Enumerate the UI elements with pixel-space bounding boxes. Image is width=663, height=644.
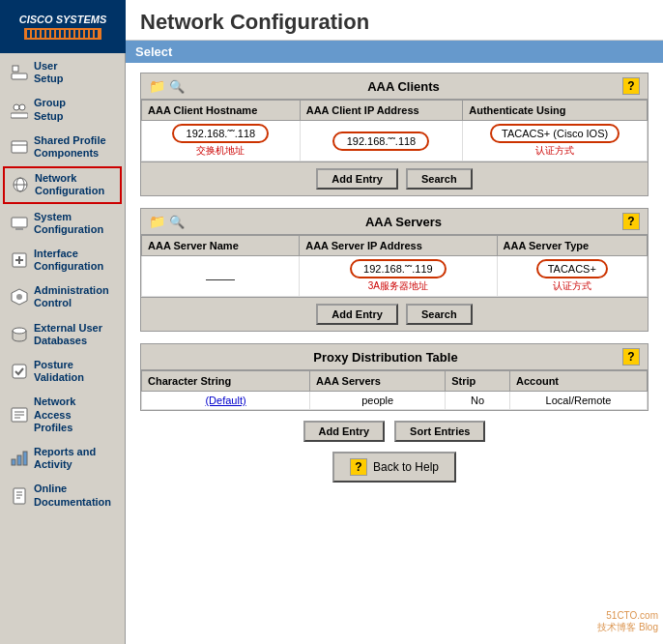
select-bar: Select <box>126 41 663 63</box>
svg-point-16 <box>16 294 22 300</box>
col-server-name: AAA Server Name <box>142 236 300 256</box>
sidebar-item-reports[interactable]: Reports andActivity <box>3 441 122 476</box>
table-row: 192.168.˜˜.118 交换机地址 192.168.˜˜.118 TACA… <box>142 121 648 161</box>
help-icon: ? <box>350 458 367 476</box>
sidebar-item-admin-label: AdministrationControl <box>34 284 109 309</box>
col-aaa-servers: AAA Servers <box>310 371 446 392</box>
svg-rect-0 <box>13 66 18 72</box>
sidebar-item-network-access-label: Network AccessProfiles <box>34 395 115 434</box>
posture-icon <box>10 362 29 381</box>
network-icon <box>11 175 30 194</box>
proxy-char-string-cell: (Default) <box>142 392 310 410</box>
svg-rect-23 <box>12 459 15 465</box>
proxy-add-entry-button[interactable]: Add Entry <box>303 421 386 442</box>
aaa-servers-table: AAA Server Name AAA Server IP Address AA… <box>141 235 648 297</box>
search-small-icon-2: 🔍 <box>169 215 185 229</box>
col-auth: Authenticate Using <box>463 101 648 121</box>
aaa-servers-header: 📁 🔍 AAA Servers ? <box>141 209 648 235</box>
proxy-sort-entries-button[interactable]: Sort Entries <box>394 421 485 442</box>
aaa-servers-panel: 📁 🔍 AAA Servers ? AAA Server Name AAA Se… <box>140 208 649 332</box>
aaa-clients-buttons: Add Entry Search <box>141 161 648 195</box>
sidebar-item-shared-profile[interactable]: Shared ProfileComponents <box>3 130 122 164</box>
proxy-table: Character String AAA Servers Strip Accou… <box>141 370 648 410</box>
server-ip-oval: 192.168.˜˜.119 <box>350 259 447 278</box>
aaa-clients-table: AAA Client Hostname AAA Client IP Addres… <box>141 100 648 161</box>
user-icon <box>10 63 29 82</box>
auth-annotation: 认证方式 <box>469 144 641 158</box>
col-server-type: AAA Server Type <box>497 236 647 256</box>
sidebar-item-system-config[interactable]: SystemConfiguration <box>3 206 122 241</box>
sidebar-item-group-setup[interactable]: GroupSetup <box>3 92 122 127</box>
sidebar: CISCO SYSTEMS UserSetup GroupSetup Share… <box>0 0 126 644</box>
proxy-header: Proxy Distribution Table ? <box>141 344 648 370</box>
sidebar-item-online-docs-label: OnlineDocumentation <box>34 483 111 508</box>
svg-rect-24 <box>17 455 21 465</box>
search-small-icon: 🔍 <box>169 79 185 94</box>
svg-rect-26 <box>14 488 25 504</box>
docs-icon <box>10 486 29 506</box>
reports-icon <box>10 449 29 468</box>
sidebar-item-user-setup-label: UserSetup <box>34 60 64 85</box>
col-account: Account <box>510 371 648 392</box>
sidebar-item-system-label: SystemConfiguration <box>34 211 103 236</box>
sidebar-item-posture[interactable]: PostureValidation <box>3 354 122 389</box>
aaa-servers-icons: 📁 🔍 <box>149 214 185 229</box>
aaa-clients-add-entry-button[interactable]: Add Entry <box>316 168 398 190</box>
sidebar-item-posture-label: PostureValidation <box>34 359 84 384</box>
col-server-ip: AAA Server IP Address <box>300 236 497 256</box>
sidebar-item-interface-label: InterfaceConfiguration <box>34 248 103 273</box>
back-to-help-row: ? Back to Help <box>140 452 649 483</box>
svg-rect-11 <box>15 228 23 230</box>
aaa-servers-add-entry-button[interactable]: Add Entry <box>316 304 398 325</box>
page-header: Network Configuration <box>126 0 663 41</box>
server-ip-annotation: 3A服务器地址 <box>305 279 490 293</box>
sidebar-item-network-config[interactable]: NetworkConfiguration <box>3 166 122 203</box>
col-hostname: AAA Client Hostname <box>142 101 301 121</box>
svg-rect-18 <box>13 365 26 378</box>
logo: CISCO SYSTEMS <box>0 0 126 53</box>
client-hostname-cell: 192.168.˜˜.118 交换机地址 <box>142 121 301 161</box>
svg-rect-25 <box>23 452 27 465</box>
database-icon <box>10 325 29 344</box>
svg-point-17 <box>13 328 26 334</box>
svg-rect-5 <box>12 141 27 153</box>
server-name-cell <box>142 256 300 297</box>
sidebar-item-external-label: External UserDatabases <box>34 322 102 347</box>
sidebar-item-reports-label: Reports andActivity <box>34 446 96 471</box>
col-ip: AAA Client IP Address <box>300 101 462 121</box>
sidebar-item-network-access[interactable]: Network AccessProfiles <box>3 391 122 439</box>
sidebar-item-interface-config[interactable]: InterfaceConfiguration <box>3 243 122 278</box>
content-area: 📁 🔍 AAA Clients ? AAA Client Hostname AA… <box>126 63 663 629</box>
svg-rect-10 <box>12 218 27 227</box>
aaa-clients-title: AAA Clients <box>185 79 622 94</box>
server-type-cell: TACACS+ 认证方式 <box>497 256 647 297</box>
col-strip: Strip <box>446 371 510 392</box>
profiles-icon <box>10 405 29 424</box>
aaa-clients-icons: 📁 🔍 <box>149 78 185 94</box>
svg-point-3 <box>19 104 25 110</box>
interface-icon <box>10 250 29 270</box>
sidebar-item-user-setup[interactable]: UserSetup <box>3 55 122 90</box>
aaa-clients-search-button[interactable]: Search <box>406 168 473 190</box>
table-row: (Default) people No Local/Remote <box>142 392 648 410</box>
sidebar-item-online-docs[interactable]: OnlineDocumentation <box>3 478 122 512</box>
aaa-clients-header: 📁 🔍 AAA Clients ? <box>141 73 648 100</box>
aaa-clients-help-button[interactable]: ? <box>622 77 640 95</box>
auth-oval: TACACS+ (Cisco IOS) <box>490 124 620 143</box>
default-link[interactable]: (Default) <box>205 395 245 406</box>
back-to-help-button[interactable]: ? Back to Help <box>332 452 456 483</box>
aaa-servers-search-button[interactable]: Search <box>406 304 473 325</box>
sidebar-item-group-setup-label: GroupSetup <box>34 97 66 122</box>
proxy-help-button[interactable]: ? <box>622 348 640 366</box>
svg-point-2 <box>14 104 19 110</box>
sidebar-item-admin-control[interactable]: AdministrationControl <box>3 279 122 314</box>
server-name-dash <box>206 279 235 280</box>
proxy-panel: Proxy Distribution Table ? Character Str… <box>140 343 649 411</box>
client-auth-cell: TACACS+ (Cisco IOS) 认证方式 <box>463 121 648 161</box>
proxy-buttons: Add Entry Sort Entries <box>140 421 649 442</box>
sidebar-item-external-user[interactable]: External UserDatabases <box>3 317 122 352</box>
folder-icon: 📁 <box>149 78 165 94</box>
sidebar-item-network-label: NetworkConfiguration <box>35 172 104 197</box>
aaa-servers-help-button[interactable]: ? <box>622 213 640 230</box>
proxy-strip-cell: No <box>446 392 510 410</box>
